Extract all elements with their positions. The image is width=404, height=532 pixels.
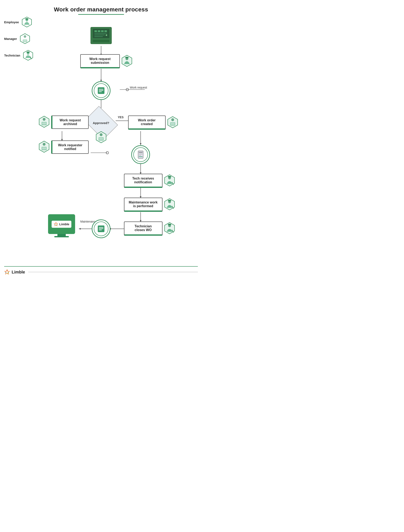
manager-hex-diamond [96,131,106,144]
svg-rect-86 [139,155,141,156]
svg-point-60 [125,57,129,58]
work-request-submission-box: Work requestsubmission [80,54,120,68]
main-flow: NO YES Work request Work order Maintenan… [12,21,190,262]
work-order-created-label: Work ordercreated [138,119,156,126]
work-request-circle-inner [94,83,108,98]
work-order-circle [131,145,150,164]
footer-divider-line [28,272,198,272]
work-order-created-row: Work ordercreated [128,115,178,130]
svg-point-111 [5,272,6,273]
svg-marker-66 [96,132,106,143]
employee-hex-attached [122,55,132,68]
approved-diamond-container: Approved? [85,110,118,135]
monitor-screen: Limble [48,214,75,234]
svg-rect-49 [94,30,97,32]
svg-point-2 [25,18,28,20]
svg-point-98 [168,224,171,225]
technician-closes-wo-row: Techniciancloses WO [124,222,175,236]
svg-rect-85 [139,154,143,155]
svg-rect-50 [98,30,100,32]
work-request-archived-box: Work requestarchived [51,115,89,129]
svg-point-67 [100,133,103,136]
svg-rect-51 [101,30,104,32]
svg-rect-101 [99,227,103,228]
footer-logo-text: Limble [12,270,25,274]
maintenance-work-performed-box: Maintenance workis performed [124,198,163,212]
svg-rect-63 [99,90,103,91]
maintenance-logs-circle-icon [92,219,111,238]
svg-point-75 [43,143,46,146]
monitor-base [54,236,69,237]
work-order-created-box: Work ordercreated [128,115,166,130]
page-title: Work order management process [4,6,198,13]
svg-rect-55 [94,36,103,37]
svg-rect-103 [99,230,102,230]
flow-overlay: ✱ Work requestsubmission [12,21,190,262]
svg-rect-62 [99,89,103,89]
svg-point-79 [171,118,174,121]
work-request-submission-label: Work requestsubmission [90,57,111,64]
footer-star-icon [4,269,10,275]
machine-icon: ✱ [89,25,114,48]
work-request-submission-row: Work requestsubmission [80,54,132,68]
svg-point-109 [7,270,7,271]
page-wrapper: Work order management process Employee M… [0,0,202,287]
svg-rect-48 [93,40,109,42]
work-request-archived-label: Work requestarchived [60,119,81,126]
work-request-circle-icon [92,81,111,100]
svg-point-107 [54,224,55,225]
work-order-circle-inner [133,147,148,162]
maintenance-logs-circle [92,219,111,238]
svg-rect-69 [99,138,103,140]
svg-point-106 [57,224,57,225]
manager-hex-work-order [167,116,178,129]
svg-point-71 [43,118,46,121]
svg-rect-53 [94,33,107,34]
svg-rect-64 [99,91,102,92]
diamond-label: Approved? [93,121,109,125]
svg-marker-78 [168,117,178,128]
maintenance-logs-circle-inner [94,222,108,236]
svg-point-112 [7,273,8,274]
footer: Limble [4,266,198,275]
svg-marker-70 [39,116,49,128]
limble-text-monitor: Limble [59,222,69,226]
work-requester-notified-label: Work requesternotified [58,143,82,151]
svg-rect-77 [42,147,46,150]
maintenance-work-performed-row: Maintenance workis performed [124,198,175,212]
svg-point-90 [168,176,171,177]
employee-hex-notified-left [39,141,50,154]
svg-rect-83 [139,152,143,152]
tech-receives-notification-box: Tech receivesnotification [124,174,163,188]
svg-rect-84 [139,153,143,154]
work-requester-notified-box: Work requesternotified [51,140,89,154]
work-request-circle [92,81,111,100]
limble-monitor: Limble [48,214,75,237]
tech-receives-notification-label: Tech receivesnotification [132,177,154,184]
limble-star-icon [54,222,58,227]
svg-text:✱: ✱ [105,34,107,36]
tech-receives-notification-row: Tech receivesnotification [124,174,175,188]
svg-rect-81 [170,123,175,125]
svg-rect-73 [42,122,46,125]
work-requester-notified-row: Work requesternotified [39,140,89,154]
work-request-archived-row: Work requestarchived [39,115,89,129]
svg-marker-74 [39,141,49,152]
technician-closes-wo-label: Techniciancloses WO [135,224,152,232]
svg-point-108 [56,225,57,226]
monitor-stand [57,234,66,236]
svg-point-110 [8,272,9,273]
svg-rect-102 [99,228,103,229]
limble-logo-monitor: Limble [52,221,71,228]
work-order-circle-icon [131,145,150,164]
svg-rect-87 [139,156,143,157]
svg-rect-52 [104,30,107,32]
svg-point-105 [56,223,56,223]
employee-hex-archived-left [39,116,50,129]
title-underline [78,14,124,15]
technician-closes-wo-box: Techniciancloses WO [124,222,163,236]
svg-point-94 [168,200,171,201]
monitor-container: Limble [48,214,75,237]
tech-hex-maintenance [164,198,175,211]
tech-hex-notification [164,174,175,187]
